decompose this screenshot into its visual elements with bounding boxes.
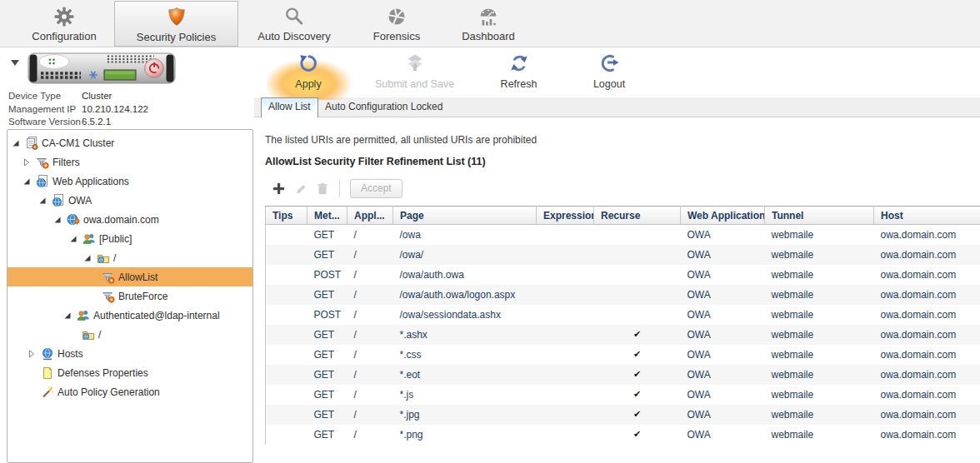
cell-tunnel: webmaile [765,305,874,325]
hostname-globe-icon [67,213,80,227]
apply-icon [298,50,319,77]
delete-entry-button[interactable] [317,182,328,195]
table-row[interactable]: GET / *.jpg ✔ OWA webmaile owa.domain.co… [266,405,980,425]
table-row[interactable]: GET / /owa/auth.owa/logon.aspx OWA webma… [266,285,980,305]
table-row[interactable]: POST / /owa/auth.owa OWA webmaile owa.do… [266,265,980,285]
tree-item-bruteforce[interactable]: BruteForce [8,286,252,306]
cell-host: owa.domain.com [874,345,980,365]
col-header-expression[interactable]: Expression [537,207,594,225]
col-header-method[interactable]: Met... [308,207,348,225]
cell-application: / [348,365,393,385]
cell-tunnel: webmaile [765,405,874,425]
cell-tips [266,325,308,345]
expand-arrow-icon[interactable] [12,139,20,147]
edit-entry-button[interactable] [295,182,308,195]
table-row[interactable]: GET / *.png ✔ OWA webmaile owa.domain.co… [266,425,980,445]
tab-allow-list[interactable]: Allow List [261,97,318,117]
tree-item-ca-cm1-cluster[interactable]: CA-CM1 Cluster [8,133,252,152]
tree-item-auto-policy-generation[interactable]: Auto Policy Generation [8,382,252,401]
device-collapse-caret[interactable] [10,55,20,70]
device-field-value: 6.5.2.1 [82,117,111,127]
tree-item-allowlist[interactable]: AllowList [8,267,252,286]
table-row[interactable]: GET / /owa OWA webmaile owa.domain.com [266,225,980,245]
cell-web-application: OWA [681,305,765,325]
tree-item-public[interactable]: [Public] [8,229,252,248]
col-header-application[interactable]: Appl... [348,207,393,225]
expand-arrow-icon[interactable] [53,216,62,224]
cell-tunnel: webmaile [765,365,874,385]
apply-button[interactable]: Apply [283,50,333,90]
refresh-button[interactable]: Refresh [488,50,550,90]
expand-arrow-icon[interactable] [63,311,72,320]
cell-recurse [594,245,681,265]
pie-chart-icon [386,4,408,29]
cell-host: owa.domain.com [874,305,980,325]
cell-page: *.css [393,345,537,365]
cell-application: / [348,425,393,445]
col-header-host[interactable]: Host [874,207,980,225]
tree-item-root-path[interactable]: / [8,248,252,267]
cell-expression [537,245,594,265]
table-row[interactable]: POST / /owa/sessiondata.ashx OWA webmail… [266,305,980,325]
nav-configuration[interactable]: Configuration [14,1,114,47]
col-header-tips[interactable]: Tips [266,207,308,225]
table-row[interactable]: GET / /owa/ OWA webmaile owa.domain.com [266,245,980,265]
tree-item-filters[interactable]: Filters [8,152,252,172]
cell-web-application: OWA [681,325,765,345]
submit-save-icon [404,50,426,77]
nav-security-policies[interactable]: Security Policies [114,1,238,47]
table-row[interactable]: GET / *.js ✔ OWA webmaile owa.domain.com [266,385,980,405]
tree-item-label: / [113,252,116,264]
nav-auto-discovery[interactable]: Auto Discovery [238,1,350,47]
cell-recurse: ✔ [594,425,681,445]
device-field-label: Management IP [8,103,82,117]
logout-button[interactable]: Logout [579,50,639,90]
expand-arrow-icon[interactable] [22,177,31,186]
cell-expression [537,425,594,445]
table-row[interactable]: GET / *.ashx ✔ OWA webmaile owa.domain.c… [266,325,980,345]
table-row[interactable]: GET / *.eot ✔ OWA webmaile owa.domain.co… [266,365,980,385]
cell-tunnel: webmaile [765,225,874,245]
cell-tunnel: webmaile [765,245,874,265]
cell-expression [537,345,594,365]
gear-icon [53,4,75,29]
expand-arrow-icon[interactable] [38,197,47,205]
expand-arrow-icon[interactable] [83,254,92,262]
tree-item-owa-domain-com[interactable]: owa.domain.com [8,210,252,229]
list-toolbar: Accept [272,177,402,199]
expand-arrow-icon[interactable] [69,235,78,243]
nav-dashboard[interactable]: Dashboard [447,1,530,47]
tree-item-hosts[interactable]: Hosts [8,344,252,363]
tree-item-authenticated-ldap-internal[interactable]: Authenticated@ldap-internal [8,306,252,325]
collapse-arrow-icon[interactable] [22,158,31,167]
tree-item-label: BruteForce [118,291,168,302]
col-header-tunnel[interactable]: Tunnel [765,207,874,225]
tree-item-label: Hosts [58,348,83,360]
cell-tunnel: webmaile [765,425,874,445]
filter-icon [102,290,115,303]
tree-item-auth-root-path[interactable]: / [8,325,252,344]
accept-button[interactable]: Accept [350,179,402,198]
cell-tips [266,305,308,325]
cell-expression [537,305,594,325]
table-row[interactable]: GET / *.css ✔ OWA webmaile owa.domain.co… [266,345,980,365]
tree-item-label: Authenticated@ldap-internal [93,310,220,321]
add-entry-button[interactable] [272,182,286,196]
cell-recurse: ✔ [594,365,681,385]
tab-auto-configuration-locked[interactable]: Auto Configuration Locked [314,97,452,117]
cell-expression [537,385,594,405]
tree-item-defenses-properties[interactable]: Defenses Properties [8,363,252,382]
tree-item-owa[interactable]: OWA [8,191,252,210]
cell-method: GET [308,325,348,345]
collapse-arrow-icon[interactable] [28,350,36,358]
nav-forensics[interactable]: Forensics [357,1,437,47]
folder-globe-icon [82,328,95,341]
col-header-recurse[interactable]: Recurse [594,207,681,225]
col-header-page[interactable]: Page [393,207,537,225]
cell-tunnel: webmaile [765,265,874,285]
submit-and-save-button[interactable]: Submit and Save [358,50,471,90]
cell-method: GET [308,345,348,365]
col-header-web-application[interactable]: Web Application [681,207,765,225]
logout-label: Logout [593,78,625,90]
tree-item-web-applications[interactable]: Web Applications [8,172,252,191]
